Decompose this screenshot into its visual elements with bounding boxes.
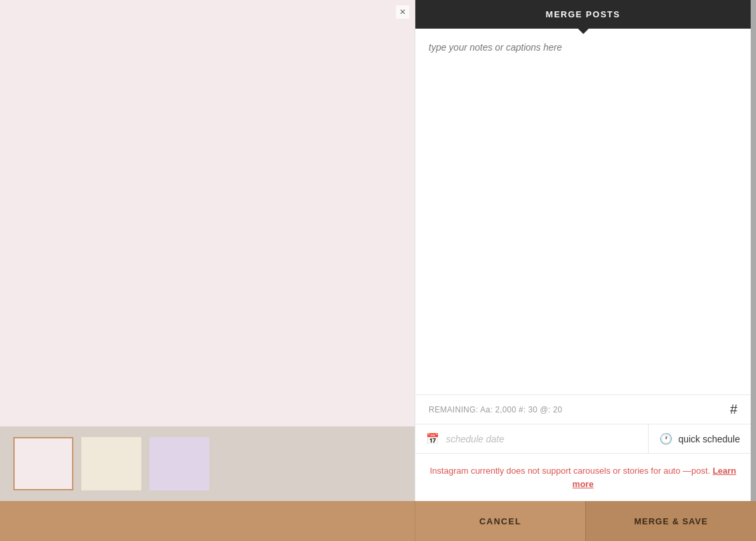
char-counter: REMAINING: Aa: 2,000 #: 30 @: 20 # — [415, 395, 751, 424]
char-counter-text: REMAINING: Aa: 2,000 #: 30 @: 20 — [429, 405, 563, 414]
caption-area[interactable] — [415, 29, 751, 395]
thumbnail-2[interactable] — [81, 437, 141, 490]
bottom-bar-left — [0, 501, 415, 541]
canvas-area: ✕ — [0, 0, 415, 426]
quick-schedule-label: quick schedule — [678, 434, 740, 444]
thumbnail-3[interactable] — [149, 437, 209, 490]
left-panel: ✕ — [0, 0, 415, 501]
bottom-bar-right: CANCEL MERGE & SAVE — [415, 501, 756, 541]
warning-main-text: Instagram currently does not support car… — [430, 466, 713, 476]
header-title: MERGE POSTS — [546, 9, 621, 19]
right-border — [751, 0, 756, 501]
bottom-bar: CANCEL MERGE & SAVE — [0, 501, 756, 541]
caption-textarea[interactable] — [429, 42, 737, 388]
clock-icon: 🕐 — [659, 432, 673, 445]
warning-area: Instagram currently does not support car… — [415, 454, 751, 501]
schedule-row: 📅 schedule date 🕐 quick schedule — [415, 424, 751, 454]
main-content: ✕ MERGE POSTS REMAINING: Aa: 2,000 #: 30… — [0, 0, 756, 501]
calendar-icon: 📅 — [426, 432, 439, 445]
merge-posts-header: MERGE POSTS — [415, 0, 751, 29]
thumbnail-bar — [0, 426, 415, 501]
merge-save-button[interactable]: MERGE & SAVE — [585, 501, 756, 541]
thumbnail-1[interactable] — [13, 437, 73, 490]
schedule-date-placeholder: schedule date — [446, 434, 504, 444]
warning-text: Instagram currently does not support car… — [429, 464, 737, 490]
cancel-button[interactable]: CANCEL — [415, 501, 585, 541]
right-panel: MERGE POSTS REMAINING: Aa: 2,000 #: 30 @… — [415, 0, 751, 501]
schedule-date-input[interactable]: 📅 schedule date — [415, 424, 649, 453]
quick-schedule-button[interactable]: 🕐 quick schedule — [649, 424, 751, 453]
close-button[interactable]: ✕ — [396, 5, 409, 19]
hash-icon[interactable]: # — [730, 402, 737, 417]
